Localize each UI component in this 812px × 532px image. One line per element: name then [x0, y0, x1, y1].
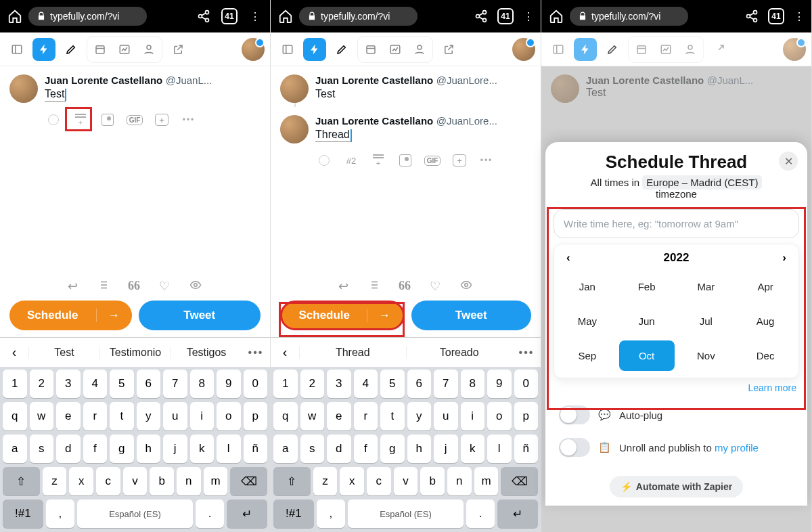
key-u[interactable]: u [434, 402, 458, 430]
key-1[interactable]: 1 [3, 370, 27, 398]
calendar-icon[interactable] [89, 38, 112, 61]
calendar-icon[interactable] [630, 38, 653, 61]
share-icon[interactable] [474, 9, 488, 23]
key-p[interactable]: p [514, 402, 539, 430]
home-icon[interactable] [548, 8, 564, 24]
month-apr[interactable]: Apr [738, 271, 793, 302]
analytics-icon[interactable] [113, 38, 136, 61]
key-r[interactable]: r [354, 402, 378, 430]
share-icon[interactable] [745, 9, 759, 23]
undo-icon[interactable]: ↩ [68, 279, 78, 294]
kb-suggestion[interactable]: Thread [299, 347, 406, 359]
key-s[interactable]: s [30, 435, 54, 463]
key-t[interactable]: t [380, 402, 405, 430]
key-o[interactable]: o [487, 402, 512, 430]
gif-icon[interactable]: GIF [126, 112, 143, 127]
key-9[interactable]: 9 [487, 370, 512, 398]
key-f[interactable]: f [83, 435, 108, 463]
close-icon[interactable]: ✕ [779, 152, 798, 171]
tweet-button[interactable]: Tweet [411, 301, 532, 330]
key-6[interactable]: 6 [407, 370, 432, 398]
key-g[interactable]: g [380, 435, 405, 463]
key-k[interactable]: k [190, 435, 215, 463]
next-year-icon[interactable]: › [782, 251, 786, 265]
key-8[interactable]: 8 [190, 370, 215, 398]
profile-icon[interactable] [137, 38, 160, 61]
quote-icon[interactable]: 66 [399, 279, 411, 294]
month-jan[interactable]: Jan [560, 271, 615, 302]
kb-back-icon[interactable]: ‹ [0, 345, 28, 360]
key-2[interactable]: 2 [30, 370, 54, 398]
key-g[interactable]: g [110, 435, 134, 463]
analytics-icon[interactable] [384, 38, 407, 61]
key-e[interactable]: e [56, 402, 81, 430]
backspace-key[interactable]: ⌫ [230, 467, 267, 495]
add-thread-icon[interactable]: + [369, 153, 387, 168]
list-icon[interactable] [97, 279, 109, 294]
key-0[interactable]: 0 [514, 370, 539, 398]
kb-more-icon[interactable]: ••• [242, 347, 270, 359]
unroll-toggle[interactable] [559, 438, 590, 457]
enter-key[interactable]: ↵ [227, 500, 267, 528]
key-p[interactable]: p [244, 402, 268, 430]
key-7[interactable]: 7 [163, 370, 187, 398]
sidebar-toggle-icon[interactable] [276, 38, 299, 61]
comma-key[interactable]: , [317, 500, 346, 528]
space-key[interactable]: Español (ES) [77, 500, 192, 528]
tweet-2[interactable]: Juan Lorente Castellano @JuanLore... Thr… [280, 115, 531, 143]
key-3[interactable]: 3 [327, 370, 351, 398]
month-dec[interactable]: Dec [738, 340, 793, 371]
key-ñ[interactable]: ñ [244, 435, 268, 463]
url-bar[interactable]: typefully.com/?vi [570, 7, 688, 26]
month-may[interactable]: May [560, 306, 615, 336]
key-l[interactable]: l [487, 435, 512, 463]
key-2[interactable]: 2 [300, 370, 325, 398]
key-5[interactable]: 5 [110, 370, 134, 398]
key-6[interactable]: 6 [137, 370, 161, 398]
month-mar[interactable]: Mar [679, 271, 734, 302]
add-icon[interactable]: + [153, 112, 171, 127]
post-text[interactable]: Thread [315, 129, 352, 142]
key-k[interactable]: k [461, 435, 485, 463]
space-key[interactable]: Español (ES) [348, 500, 463, 528]
key-d[interactable]: d [56, 435, 81, 463]
backspace-key[interactable]: ⌫ [501, 467, 538, 495]
more-icon[interactable]: ••• [180, 112, 198, 127]
key-s[interactable]: s [300, 435, 325, 463]
tab-count[interactable]: 41 [221, 8, 238, 24]
schedule-button[interactable]: Schedule→ [280, 301, 405, 330]
user-avatar[interactable] [242, 38, 265, 61]
auto-plug-toggle[interactable] [559, 405, 590, 424]
key-i[interactable]: i [461, 402, 485, 430]
kb-suggestion[interactable]: Test [28, 347, 99, 359]
key-5[interactable]: 5 [380, 370, 405, 398]
key-r[interactable]: r [83, 402, 108, 430]
more-icon[interactable]: ••• [478, 153, 495, 168]
month-feb[interactable]: Feb [619, 271, 675, 302]
key-m[interactable]: m [204, 467, 228, 495]
month-oct[interactable]: Oct [619, 340, 675, 371]
enter-key[interactable]: ↵ [497, 500, 538, 528]
key-4[interactable]: 4 [83, 370, 108, 398]
month-jul[interactable]: Jul [679, 306, 734, 336]
key-o[interactable]: o [217, 402, 241, 430]
key-b[interactable]: b [420, 467, 445, 495]
my-profile-link[interactable]: my profile [715, 442, 759, 453]
key-x[interactable]: x [340, 467, 364, 495]
key-f[interactable]: f [354, 435, 378, 463]
tweet-composer[interactable]: Juan Lorente Castellano @JuanL... Test [9, 74, 261, 103]
kebab-menu-icon[interactable]: ⋮ [247, 8, 263, 24]
key-n[interactable]: n [447, 467, 472, 495]
key-9[interactable]: 9 [217, 370, 241, 398]
image-icon[interactable] [397, 153, 414, 168]
key-w[interactable]: w [30, 402, 54, 430]
kb-suggestion[interactable]: Testigos [171, 347, 242, 359]
timezone-chip[interactable]: Europe – Madrid (CEST) [642, 175, 762, 190]
key-d[interactable]: d [327, 435, 351, 463]
symbols-key[interactable]: !#1 [273, 500, 314, 528]
bolt-icon[interactable] [303, 38, 326, 61]
dot-key[interactable]: . [466, 500, 495, 528]
eye-icon[interactable] [459, 279, 473, 294]
post-text[interactable]: Test [45, 88, 66, 102]
key-v[interactable]: v [394, 467, 418, 495]
